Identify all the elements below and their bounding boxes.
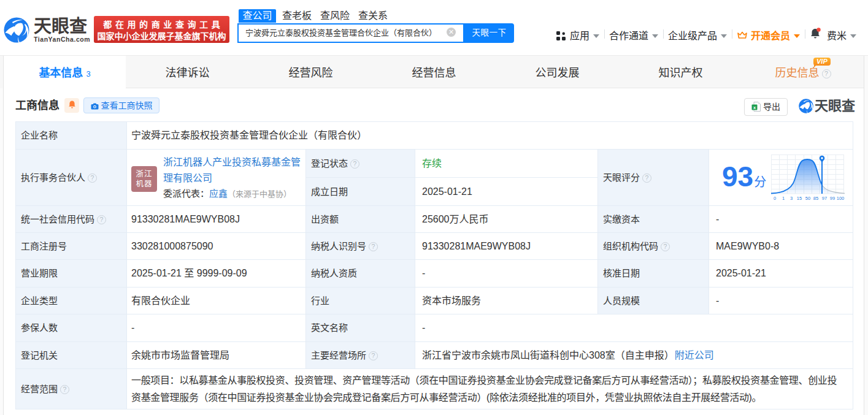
svg-text:100: 100 (837, 196, 845, 201)
svg-text:1: 1 (782, 196, 785, 201)
svg-text:50: 50 (805, 196, 810, 201)
svg-text:85: 85 (813, 196, 818, 201)
svg-text:0: 0 (774, 196, 776, 201)
svg-text:3: 3 (790, 196, 793, 201)
svg-text:15: 15 (797, 196, 802, 201)
svg-text:99: 99 (830, 196, 835, 201)
svg-text:97: 97 (822, 196, 827, 201)
